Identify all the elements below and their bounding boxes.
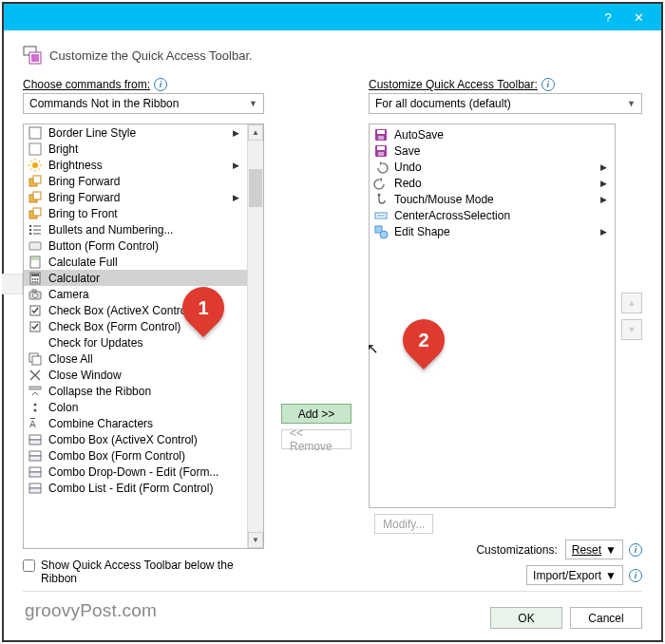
svg-rect-43 [32, 356, 41, 365]
list-item[interactable]: Bring Forward▶ [24, 189, 247, 205]
list-item-label: Check for Updates [48, 336, 142, 350]
scrollbar[interactable]: ▲ ▼ [247, 124, 263, 548]
move-down-button: ▼ [621, 319, 642, 340]
command-icon [373, 160, 389, 175]
list-item[interactable]: Bring to Front [24, 205, 247, 221]
list-item[interactable]: Colon [24, 399, 247, 415]
list-item[interactable]: CenterAcrossSelection [370, 207, 615, 223]
svg-line-13 [30, 168, 32, 170]
list-item[interactable]: Calculator [24, 270, 247, 286]
svg-point-32 [34, 278, 36, 280]
svg-rect-46 [29, 387, 41, 389]
close-button[interactable]: ✕ [623, 4, 654, 30]
command-icon [28, 481, 43, 496]
dialog-body: Customize the Quick Access Toolbar. Choo… [4, 30, 661, 640]
import-export-label: Import/Export [533, 569, 601, 582]
list-item[interactable]: Check for Updates [24, 334, 247, 350]
svg-rect-2 [31, 54, 39, 62]
list-item-label: Bullets and Numbering... [48, 223, 173, 237]
list-item-label: Brightness [48, 159, 103, 172]
list-item[interactable]: Combo Drop-Down - Edit (Form... [24, 464, 247, 480]
list-item[interactable]: A̅Combine Characters [24, 415, 247, 431]
svg-rect-54 [29, 467, 41, 472]
list-item[interactable]: Undo▶ [370, 159, 615, 175]
list-item[interactable]: Redo▶ [370, 175, 615, 191]
scroll-thumb[interactable] [249, 169, 262, 207]
info-icon[interactable]: i [542, 78, 555, 91]
import-export-dropdown[interactable]: Import/Export▼ [526, 565, 623, 585]
cancel-button[interactable]: Cancel [570, 607, 642, 629]
ok-button[interactable]: OK [490, 607, 562, 629]
list-item[interactable]: Save [370, 142, 615, 159]
add-button[interactable]: Add >> [281, 404, 352, 424]
dialog-header: Customize the Quick Access Toolbar. [23, 46, 642, 65]
command-icon [373, 208, 389, 223]
qat-scope-dropdown[interactable]: For all documents (default) ▼ [369, 93, 642, 114]
commands-from-dropdown[interactable]: Commands Not in the Ribbon ▼ [23, 93, 264, 114]
list-item-label: Collapse the Ribbon [48, 385, 151, 398]
list-item-label: Calculator [48, 272, 100, 285]
chevron-down-icon: ▼ [249, 99, 257, 108]
titlebar: ? ✕ [4, 4, 661, 30]
info-icon[interactable]: i [629, 543, 642, 557]
dialog-title: Customize the Quick Access Toolbar. [49, 48, 253, 63]
svg-point-34 [32, 281, 34, 283]
command-icon [28, 303, 43, 318]
submenu-icon: ▶ [600, 162, 611, 172]
list-item[interactable]: Calculate Full [24, 254, 247, 270]
list-item[interactable]: Bring Forward [24, 173, 247, 189]
list-item[interactable]: Brightness▶ [24, 157, 247, 173]
svg-rect-51 [29, 440, 41, 445]
svg-rect-15 [33, 176, 41, 183]
cursor-icon: ↖ [367, 340, 379, 357]
command-icon [28, 222, 43, 237]
list-item[interactable]: AutoSave [370, 126, 615, 142]
submenu-icon: ▶ [600, 195, 611, 204]
info-icon[interactable]: i [629, 569, 642, 582]
command-icon [28, 464, 43, 480]
help-button[interactable]: ? [593, 4, 623, 30]
show-below-ribbon-checkbox[interactable]: Show Quick Access Toolbar below the Ribb… [23, 559, 241, 585]
list-item[interactable]: Bright [24, 141, 247, 157]
reset-label: Reset [572, 543, 601, 557]
svg-rect-55 [29, 472, 41, 477]
command-icon [28, 255, 43, 270]
remove-button-label: << Remove [290, 426, 343, 453]
customize-qat-label: Customize Quick Access Toolbar: [369, 78, 538, 91]
list-item[interactable]: Button (Form Control) [24, 237, 247, 254]
list-item[interactable]: Collapse the Ribbon [24, 383, 247, 399]
svg-point-35 [34, 281, 36, 283]
command-icon [28, 368, 43, 383]
list-item[interactable]: Touch/Mouse Mode▶ [370, 191, 615, 207]
list-item[interactable]: Close All [24, 350, 247, 367]
submenu-icon: ▶ [233, 161, 243, 170]
remove-button: << Remove [281, 429, 352, 449]
chevron-down-icon: ▼ [627, 99, 636, 108]
list-item[interactable]: Bullets and Numbering... [24, 221, 247, 237]
commands-listbox[interactable]: Border Line Style▶BrightBrightness▶Bring… [23, 123, 264, 549]
list-item-label: Redo [394, 177, 422, 190]
list-item[interactable]: Combo Box (Form Control) [24, 447, 247, 464]
show-below-checkbox-input[interactable] [23, 559, 35, 572]
chevron-down-icon: ▼ [605, 569, 617, 582]
list-item[interactable]: Combo List - Edit (Form Control) [24, 480, 247, 496]
list-item[interactable]: Border Line Style▶ [24, 124, 247, 141]
svg-line-10 [30, 161, 32, 162]
scroll-up-icon[interactable]: ▲ [248, 124, 263, 141]
command-icon [28, 351, 43, 367]
command-icon: A̅ [28, 416, 43, 431]
submenu-icon: ▶ [233, 128, 243, 138]
svg-point-20 [29, 224, 32, 227]
reset-dropdown[interactable]: Reset▼ [565, 540, 623, 559]
svg-rect-60 [378, 136, 384, 140]
info-icon[interactable]: i [154, 78, 167, 91]
svg-rect-39 [32, 290, 36, 292]
qat-listbox[interactable]: AutoSaveSaveUndo▶Redo▶Touch/Mouse Mode▶C… [369, 123, 616, 508]
list-item[interactable]: Combo Box (ActiveX Control) [24, 431, 247, 447]
command-icon [28, 142, 43, 157]
list-item[interactable]: Close Window [24, 367, 247, 383]
scroll-down-icon[interactable]: ▼ [248, 532, 263, 548]
list-item[interactable]: Edit Shape▶ [370, 223, 615, 239]
svg-text:A̅: A̅ [29, 418, 36, 429]
svg-rect-59 [377, 130, 385, 134]
